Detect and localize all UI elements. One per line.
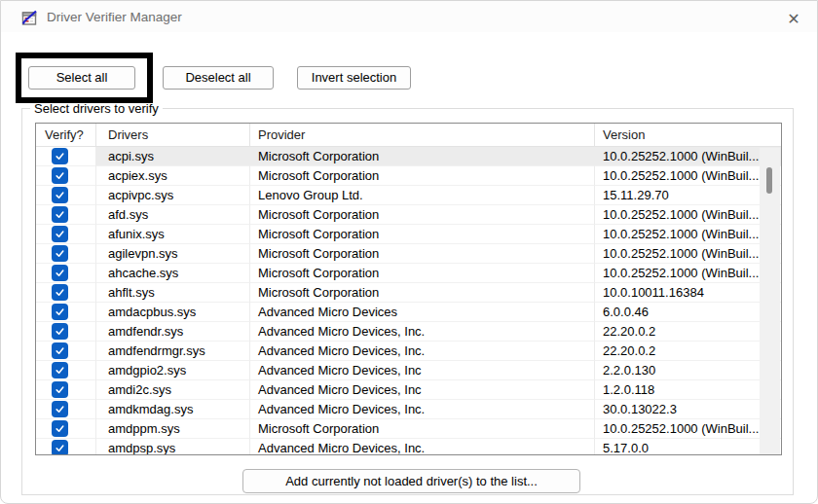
select-all-button[interactable]: Select all [28, 66, 135, 90]
verify-cell [36, 147, 96, 166]
verify-cell [36, 380, 96, 400]
provider-cell: Advanced Micro Devices, Inc. [250, 342, 595, 361]
table-row[interactable]: ahflt.sys Microsoft Corporation 10.0.100… [36, 283, 781, 303]
version-cell: 22.20.0.2 [595, 342, 781, 361]
verify-checkbox[interactable] [52, 206, 68, 223]
check-icon [55, 443, 65, 453]
version-cell: 15.11.29.70 [595, 186, 781, 205]
verify-checkbox[interactable] [52, 381, 68, 398]
version-cell: 30.0.13022.3 [595, 400, 781, 419]
version-cell: 10.0.25252.1000 (WinBuil... [595, 225, 781, 244]
verify-checkbox[interactable] [52, 226, 68, 242]
provider-cell: Lenovo Group Ltd. [250, 186, 595, 205]
deselect-all-button[interactable]: Deselect all [163, 66, 274, 90]
driver-name-cell: amdacpbus.sys [96, 303, 250, 322]
check-icon [55, 229, 65, 239]
verify-cell [36, 205, 96, 225]
verify-cell [36, 361, 96, 380]
column-header-version[interactable]: Version [595, 124, 781, 146]
version-cell: 10.0.25252.1000 (WinBuil... [595, 264, 781, 283]
table-row[interactable]: agilevpn.sys Microsoft Corporation 10.0.… [36, 244, 781, 264]
vertical-scrollbar[interactable] [760, 148, 780, 455]
add-not-loaded-drivers-button[interactable]: Add currently not loaded driver(s) to th… [242, 469, 580, 493]
driver-name-cell: amdi2c.sys [96, 380, 250, 400]
driver-name-cell: afunix.sys [96, 225, 250, 244]
check-icon [55, 170, 65, 181]
table-row[interactable]: acpiex.sys Microsoft Corporation 10.0.25… [36, 166, 781, 186]
driver-name-cell: acpiex.sys [96, 166, 250, 186]
driver-name-cell: amdgpio2.sys [96, 361, 250, 380]
verify-checkbox[interactable] [52, 167, 68, 184]
driver-name-cell: amdkmdag.sys [96, 400, 250, 419]
invert-selection-button[interactable]: Invert selection [297, 66, 411, 90]
window-title: Driver Verifier Manager [47, 10, 182, 24]
verify-cell [36, 264, 96, 283]
table-row[interactable]: amdppm.sys Microsoft Corporation 10.0.25… [36, 419, 781, 439]
verify-checkbox[interactable] [52, 401, 68, 417]
verify-checkbox[interactable] [52, 284, 68, 301]
verify-checkbox[interactable] [52, 323, 68, 340]
check-icon [55, 306, 65, 317]
check-icon [55, 248, 65, 259]
verify-cell [36, 342, 96, 361]
table-row[interactable]: amdfendrmgr.sys Advanced Micro Devices, … [36, 342, 781, 361]
check-icon [55, 151, 65, 162]
verify-checkbox[interactable] [52, 245, 68, 262]
version-cell: 10.0.25252.1000 (WinBuil... [595, 244, 781, 264]
table-row[interactable]: afunix.sys Microsoft Corporation 10.0.25… [36, 225, 781, 244]
verify-cell [36, 186, 96, 205]
column-header-drivers[interactable]: Drivers [96, 124, 250, 146]
check-icon [55, 209, 65, 220]
version-cell: 2.2.0.130 [595, 361, 781, 380]
version-cell: 10.0.10011.16384 [595, 283, 781, 303]
verify-checkbox[interactable] [52, 440, 68, 455]
column-header-verify[interactable]: Verify? [36, 124, 96, 146]
scrollbar-thumb[interactable] [766, 167, 772, 194]
provider-cell: Advanced Micro Devices, Inc. [250, 400, 595, 419]
groupbox-label: Select drivers to verify [30, 101, 163, 116]
check-icon [55, 326, 65, 337]
table-row[interactable]: amdgpio2.sys Advanced Micro Devices, Inc… [36, 361, 781, 380]
provider-cell: Advanced Micro Devices, Inc [250, 380, 595, 400]
close-icon[interactable]: ✕ [780, 7, 807, 30]
verify-cell [36, 400, 96, 419]
driver-name-cell: acpivpc.sys [96, 186, 250, 205]
verify-checkbox[interactable] [52, 420, 68, 437]
table-row[interactable]: acpivpc.sys Lenovo Group Ltd. 15.11.29.7… [36, 186, 781, 205]
check-icon [55, 287, 65, 298]
list-header: Verify? Drivers Provider Version [36, 124, 781, 147]
driver-name-cell: afd.sys [96, 205, 250, 225]
table-row[interactable]: amdacpbus.sys Advanced Micro Devices 6.0… [36, 303, 781, 322]
provider-cell: Advanced Micro Devices, Inc. [250, 322, 595, 342]
provider-cell: Microsoft Corporation [250, 264, 595, 283]
table-row[interactable]: acpi.sys Microsoft Corporation 10.0.2525… [36, 147, 781, 166]
verify-checkbox[interactable] [52, 148, 68, 164]
driver-name-cell: amdpsp.sys [96, 439, 250, 455]
column-header-provider[interactable]: Provider [250, 124, 595, 146]
provider-cell: Advanced Micro Devices, Inc [250, 361, 595, 380]
table-row[interactable]: amdfendr.sys Advanced Micro Devices, Inc… [36, 322, 781, 342]
table-row[interactable]: afd.sys Microsoft Corporation 10.0.25252… [36, 205, 781, 225]
check-icon [55, 268, 65, 278]
verify-checkbox[interactable] [52, 362, 68, 378]
driver-name-cell: ahcache.sys [96, 264, 250, 283]
table-row[interactable]: amdi2c.sys Advanced Micro Devices, Inc 1… [36, 380, 781, 400]
provider-cell: Microsoft Corporation [250, 244, 595, 264]
check-icon [55, 365, 65, 376]
provider-cell: Microsoft Corporation [250, 419, 595, 439]
check-icon [55, 384, 65, 395]
verify-cell [36, 322, 96, 342]
table-row[interactable]: amdpsp.sys Advanced Micro Devices, Inc. … [36, 439, 781, 455]
check-icon [55, 423, 65, 434]
driver-name-cell: amdfendr.sys [96, 322, 250, 342]
provider-cell: Microsoft Corporation [250, 283, 595, 303]
verify-checkbox[interactable] [52, 265, 68, 281]
version-cell: 6.0.0.46 [595, 303, 781, 322]
verify-checkbox[interactable] [52, 187, 68, 203]
table-row[interactable]: ahcache.sys Microsoft Corporation 10.0.2… [36, 264, 781, 283]
verify-checkbox[interactable] [52, 304, 68, 320]
driver-name-cell: agilevpn.sys [96, 244, 250, 264]
table-row[interactable]: amdkmdag.sys Advanced Micro Devices, Inc… [36, 400, 781, 419]
verify-checkbox[interactable] [52, 342, 68, 359]
check-icon [55, 190, 65, 200]
